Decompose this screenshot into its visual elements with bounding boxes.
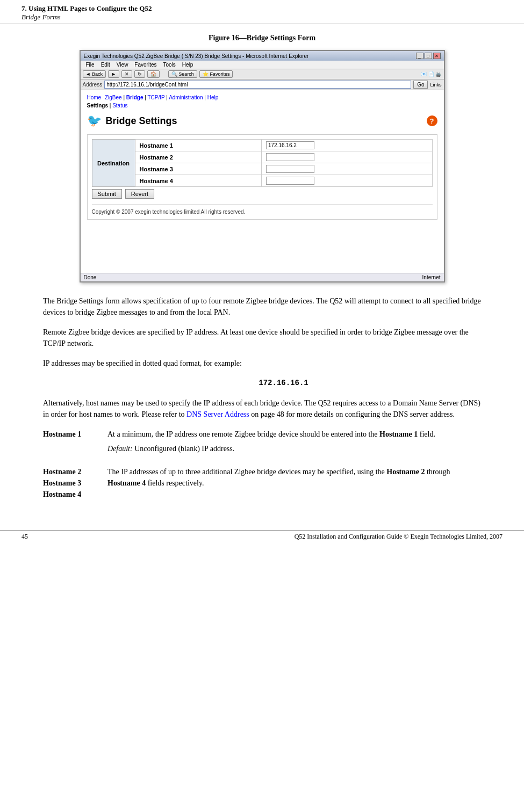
- nav-administration[interactable]: Administration: [169, 95, 203, 100]
- hostname234-term1-text: Hostname 2: [43, 468, 81, 476]
- home-button[interactable]: 🏠: [147, 70, 160, 78]
- browser-content: Home ZigBee | Bridge | TCP/IP | Administ…: [81, 90, 444, 273]
- hostname2-row: Hostname 2: [92, 151, 432, 163]
- hostname1-term-text: Hostname 1: [43, 430, 81, 438]
- hostname1-input[interactable]: [266, 141, 314, 149]
- hostname1-def2: Default: Unconfigured (blank) IP address…: [107, 443, 481, 454]
- menu-edit[interactable]: Edit: [98, 61, 113, 68]
- paragraph1-text: The Bridge Settings form allows specific…: [43, 297, 481, 316]
- hostname3-input-cell: [261, 163, 432, 175]
- hostname3-input[interactable]: [266, 165, 314, 173]
- hostname1-input-cell: [261, 140, 432, 151]
- browser-window: Exegin Technologies Q52 ZigBee Bridge ( …: [80, 50, 445, 282]
- paragraph2-text: Remote Zigbee bridge devices are specifi…: [43, 328, 469, 347]
- search-button[interactable]: 🔍 Search: [168, 70, 197, 78]
- address-label: Address: [83, 82, 103, 88]
- address-input[interactable]: [104, 81, 411, 89]
- body-text: The Bridge Settings form allows specific…: [43, 295, 481, 500]
- revert-button[interactable]: Revert: [125, 189, 154, 199]
- code-example: 172.16.16.1: [86, 378, 481, 389]
- hostname234-definition: Hostname 2 Hostname 3 Hostname 4 The IP …: [43, 466, 481, 500]
- window-controls: _ □ ✕: [416, 53, 441, 59]
- menu-tools[interactable]: Tools: [160, 61, 178, 68]
- footer-copyright: Q52 Installation and Configuration Guide…: [295, 533, 503, 541]
- zone-label: Internet: [422, 274, 441, 280]
- menu-help[interactable]: Help: [179, 61, 197, 68]
- hostname4-input[interactable]: [266, 177, 314, 185]
- bridge-settings-form: Destination Hostname 1 Hostname 2 Host: [92, 139, 433, 187]
- form-table-wrap: Destination Hostname 1 Hostname 2 Host: [87, 134, 437, 220]
- nav-zigbee[interactable]: ZigBee: [105, 95, 122, 100]
- paragraph3: IP addresses may be specified in dotted …: [43, 358, 481, 369]
- page-header: 7. Using HTML Pages to Configure the Q52…: [0, 0, 524, 24]
- back-button[interactable]: ◄ Back: [83, 70, 106, 78]
- nav-settings[interactable]: Settings: [87, 103, 108, 108]
- hostname4-label: Hostname 4: [135, 175, 261, 187]
- hostname1-term: Hostname 1: [43, 429, 107, 458]
- hostname1-definition: Hostname 1 At a minimum, the IP address …: [43, 429, 481, 458]
- destination-label: Destination: [92, 140, 135, 187]
- nav-links: Home ZigBee | Bridge | TCP/IP | Administ…: [87, 95, 437, 100]
- paragraph4-end: on page 48 for more details on configuri…: [249, 410, 455, 418]
- page-heading: 🐦 Bridge Settings ?: [87, 114, 437, 128]
- browser-footer: Done Internet: [81, 273, 444, 281]
- hostname1-body: At a minimum, the IP address one remote …: [107, 429, 481, 458]
- hostname4-row: Hostname 4: [92, 175, 432, 187]
- nav-home[interactable]: Home: [87, 95, 102, 100]
- hostname234-term3-text: Hostname 4: [43, 490, 81, 498]
- menu-file[interactable]: File: [83, 61, 98, 68]
- go-button[interactable]: Go: [413, 81, 428, 89]
- form-buttons: Submit Revert: [92, 189, 433, 199]
- address-bar: Address Go Links: [81, 79, 444, 90]
- browser-toolbar: ◄ Back ► ✕ ↻ 🏠 🔍 Search ⭐ Favorites 📧 📄 …: [81, 69, 444, 79]
- hostname2-input-cell: [261, 151, 432, 163]
- nav-tcpip[interactable]: TCP/IP: [147, 95, 164, 100]
- browser-title-text: Exegin Technologies Q52 ZigBee Bridge ( …: [84, 53, 309, 59]
- favorites-button[interactable]: ⭐ Favorites: [199, 70, 233, 78]
- paragraph3-text: IP addresses may be specified in dotted …: [43, 359, 242, 367]
- nav-status[interactable]: Status: [112, 103, 127, 108]
- chapter-title: 7. Using HTML Pages to Configure the Q52: [21, 4, 152, 12]
- status-done: Done: [84, 274, 97, 280]
- stop-button[interactable]: ✕: [121, 70, 132, 78]
- hostname3-label: Hostname 3: [135, 163, 261, 175]
- minimize-button[interactable]: _: [416, 53, 423, 59]
- paragraph4: Alternatively, host names may be used to…: [43, 397, 481, 420]
- browser-menu: File Edit View Favorites Tools Help: [81, 61, 444, 69]
- browser-copyright: Copyright © 2007 exegin technologies lim…: [92, 204, 433, 215]
- flame-icon: 🐦: [87, 114, 102, 128]
- hostname234-def: The IP addresses of up to three addition…: [107, 466, 481, 489]
- page-footer: 45 Q52 Installation and Configuration Gu…: [0, 530, 524, 543]
- dns-link[interactable]: DNS Server Address: [186, 410, 249, 418]
- close-button[interactable]: ✕: [433, 53, 441, 59]
- browser-titlebar: Exegin Technologies Q52 ZigBee Bridge ( …: [81, 51, 444, 61]
- hostname4-input-cell: [261, 175, 432, 187]
- page-number: 45: [21, 533, 28, 541]
- menu-favorites[interactable]: Favorites: [131, 61, 160, 68]
- refresh-button[interactable]: ↻: [134, 70, 145, 78]
- hostname2-input[interactable]: [266, 153, 314, 161]
- forward-button[interactable]: ►: [108, 70, 119, 78]
- hostname234-term: Hostname 2 Hostname 3 Hostname 4: [43, 466, 107, 500]
- menu-view[interactable]: View: [113, 61, 132, 68]
- submit-button[interactable]: Submit: [92, 189, 122, 199]
- nav-sub: Settings | Status: [87, 103, 437, 108]
- hostname1-row: Destination Hostname 1: [92, 140, 432, 151]
- nav-help[interactable]: Help: [207, 95, 219, 100]
- page-title: Bridge Settings: [106, 115, 177, 127]
- hostname1-def1: At a minimum, the IP address one remote …: [107, 429, 481, 440]
- nav-bridge[interactable]: Bridge: [126, 95, 143, 100]
- content-area: Figure 16—Bridge Settings Form Exegin Te…: [0, 24, 524, 519]
- hostname2-label: Hostname 2: [135, 151, 261, 163]
- restore-button[interactable]: □: [425, 53, 432, 59]
- hostname234-body: The IP addresses of up to three addition…: [107, 466, 481, 500]
- paragraph1: The Bridge Settings form allows specific…: [43, 295, 481, 318]
- links-label: Links: [430, 82, 441, 88]
- toolbar-extra: 📧 📄 🖨️: [421, 71, 441, 77]
- hostname234-term2-text: Hostname 3: [43, 479, 81, 487]
- hostname1-label: Hostname 1: [135, 140, 261, 151]
- figure-title: Figure 16—Bridge Settings Form: [43, 34, 481, 42]
- section-title: Bridge Forms: [21, 13, 61, 21]
- paragraph2: Remote Zigbee bridge devices are specifi…: [43, 327, 481, 349]
- help-icon[interactable]: ?: [427, 115, 437, 126]
